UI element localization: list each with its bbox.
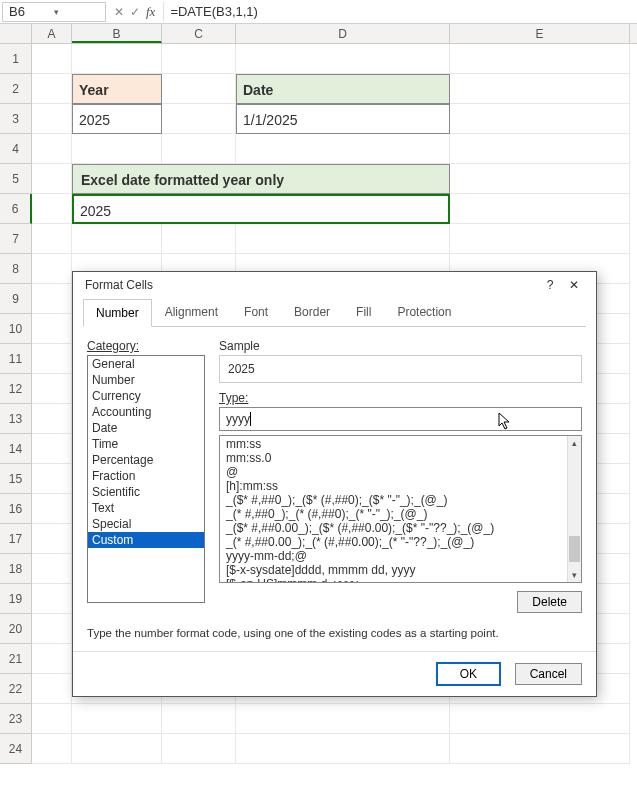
row-header[interactable]: 10 [0, 314, 32, 344]
cell[interactable] [450, 134, 630, 164]
row-header[interactable]: 5 [0, 164, 32, 194]
col-header[interactable]: D [236, 24, 450, 43]
cell[interactable] [72, 224, 162, 254]
format-listbox[interactable]: mm:ss mm:ss.0 @ [h]:mm:ss _($* #,##0_);_… [219, 435, 582, 583]
list-item[interactable]: Percentage [88, 452, 204, 468]
merged-cell[interactable]: Excel date formatted year only [72, 164, 450, 194]
close-icon[interactable]: ✕ [560, 278, 588, 292]
row-header[interactable]: 8 [0, 254, 32, 284]
category-listbox[interactable]: General Number Currency Accounting Date … [87, 355, 205, 603]
list-item[interactable]: Time [88, 436, 204, 452]
row-header[interactable]: 16 [0, 494, 32, 524]
cancel-button[interactable]: Cancel [515, 663, 582, 685]
list-item[interactable]: [h]:mm:ss [222, 479, 579, 493]
fx-icon[interactable]: fx [146, 4, 155, 20]
cell[interactable]: Year [72, 74, 162, 104]
cell[interactable] [450, 194, 630, 224]
dialog-titlebar[interactable]: Format Cells ? ✕ [73, 272, 596, 298]
list-item[interactable]: mm:ss.0 [222, 451, 579, 465]
cell[interactable] [450, 704, 630, 734]
row-header[interactable]: 17 [0, 524, 32, 554]
cell[interactable] [72, 134, 162, 164]
tab-fill[interactable]: Fill [343, 298, 384, 326]
chevron-down-icon[interactable]: ▾ [54, 7, 99, 17]
col-header[interactable]: C [162, 24, 236, 43]
tab-font[interactable]: Font [231, 298, 281, 326]
col-header[interactable]: A [32, 24, 72, 43]
cell[interactable] [72, 704, 162, 734]
ok-button[interactable]: OK [436, 662, 501, 686]
row-header[interactable]: 22 [0, 674, 32, 704]
cell[interactable] [32, 254, 72, 284]
row-header[interactable]: 9 [0, 284, 32, 314]
tab-protection[interactable]: Protection [384, 298, 464, 326]
scroll-up-icon[interactable]: ▴ [568, 436, 581, 450]
cell[interactable] [72, 44, 162, 74]
cell[interactable] [32, 284, 72, 314]
row-header[interactable]: 12 [0, 374, 32, 404]
list-item[interactable]: _(* #,##0_);_(* (#,##0);_(* "-"_);_(@_) [222, 507, 579, 521]
cell[interactable] [32, 404, 72, 434]
cell[interactable] [32, 674, 72, 704]
enter-icon[interactable]: ✓ [130, 5, 140, 19]
delete-button[interactable]: Delete [517, 591, 582, 613]
cancel-icon[interactable]: ✕ [114, 5, 124, 19]
list-item[interactable]: @ [222, 465, 579, 479]
cell[interactable] [32, 734, 72, 764]
cell[interactable] [450, 74, 630, 104]
cell[interactable] [32, 704, 72, 734]
list-item[interactable]: [$-x-sysdate]dddd, mmmm dd, yyyy [222, 563, 579, 577]
help-icon[interactable]: ? [540, 278, 560, 292]
cell[interactable] [236, 134, 450, 164]
cell[interactable] [32, 614, 72, 644]
list-item-selected[interactable]: Custom [88, 532, 204, 548]
cell[interactable] [32, 644, 72, 674]
cell[interactable] [162, 74, 236, 104]
list-item[interactable]: _($* #,##0_);_($* (#,##0);_($* "-"_);_(@… [222, 493, 579, 507]
row-header[interactable]: 20 [0, 614, 32, 644]
row-header[interactable]: 1 [0, 44, 32, 74]
cell[interactable] [162, 44, 236, 74]
row-header[interactable]: 13 [0, 404, 32, 434]
cell[interactable] [32, 464, 72, 494]
tab-border[interactable]: Border [281, 298, 343, 326]
cell[interactable] [32, 494, 72, 524]
cell[interactable] [32, 74, 72, 104]
list-item[interactable]: Scientific [88, 484, 204, 500]
active-cell[interactable]: 2025 [72, 194, 450, 224]
cell[interactable] [32, 524, 72, 554]
cell[interactable] [162, 734, 236, 764]
cell[interactable]: 2025 [72, 104, 162, 134]
list-item[interactable]: Fraction [88, 468, 204, 484]
cell[interactable] [32, 134, 72, 164]
cell[interactable] [450, 44, 630, 74]
cell[interactable] [32, 224, 72, 254]
list-item[interactable]: _(* #,##0.00_);_(* (#,##0.00);_(* "-"??_… [222, 535, 579, 549]
cell[interactable] [450, 164, 630, 194]
tab-number[interactable]: Number [83, 299, 152, 327]
scroll-thumb[interactable] [569, 536, 580, 562]
row-header[interactable]: 6 [0, 194, 32, 224]
type-input[interactable]: yyyy​ [219, 407, 582, 431]
cell[interactable] [236, 224, 450, 254]
list-item[interactable]: _($* #,##0.00_);_($* (#,##0.00);_($* "-"… [222, 521, 579, 535]
cell[interactable] [72, 734, 162, 764]
row-header[interactable]: 21 [0, 644, 32, 674]
cell[interactable] [450, 104, 630, 134]
tab-alignment[interactable]: Alignment [152, 298, 231, 326]
name-box[interactable]: B6 ▾ [2, 2, 106, 22]
row-header[interactable]: 24 [0, 734, 32, 764]
col-header[interactable]: B [72, 24, 162, 43]
list-item[interactable]: General [88, 356, 204, 372]
row-header[interactable]: 19 [0, 584, 32, 614]
cell[interactable] [236, 704, 450, 734]
row-header[interactable]: 2 [0, 74, 32, 104]
row-header[interactable]: 14 [0, 434, 32, 464]
list-item[interactable]: Text [88, 500, 204, 516]
list-item[interactable]: Special [88, 516, 204, 532]
cell[interactable] [162, 704, 236, 734]
cell[interactable]: 1/1/2025 [236, 104, 450, 134]
row-header[interactable]: 11 [0, 344, 32, 374]
list-item[interactable]: Accounting [88, 404, 204, 420]
scrollbar[interactable]: ▴ ▾ [567, 436, 581, 582]
